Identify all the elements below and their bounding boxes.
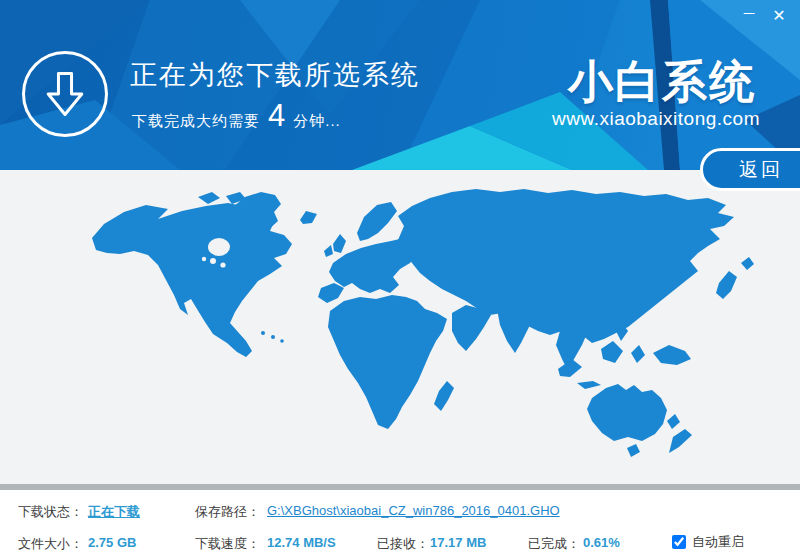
file-size-value: 2.75 GB [88,535,136,550]
download-status-label: 下载状态： [18,503,83,521]
world-map [0,170,800,484]
download-speed-value: 12.74 MB/S [267,535,336,550]
received-label: 已接收： [377,535,429,553]
minimize-button[interactable]: ─ [736,1,762,25]
download-speed-label: 下载速度： [195,535,260,553]
brand-logo: 小白系统 [568,52,756,112]
eta-suffix: 分钟... [293,112,341,131]
auto-restart-label[interactable]: 自动重启 [692,533,744,551]
website-url: www.xiaobaixitong.com [552,108,760,130]
header-banner: ─ ✕ 正在为您下载所选系统 下载完成大约需要 4 分钟... 小白系统 www… [0,0,800,170]
received-value: 17.17 MB [430,535,486,550]
download-eta-text: 下载完成大约需要 4 分钟... [132,98,341,134]
back-button[interactable]: 返回 [700,148,800,191]
auto-restart-option[interactable]: 自动重启 [672,533,744,551]
download-arrow-circle-icon [22,51,108,137]
arrow-down-icon [37,66,93,122]
eta-minutes-value: 4 [268,98,285,134]
page-title: 正在为您下载所选系统 [130,57,420,93]
download-status-value: 正在下载 [88,503,140,521]
content-area [0,170,800,484]
auto-restart-checkbox[interactable] [672,535,686,549]
status-bar: 下载状态： 正在下载 保存路径： G:\XBGhost\xiaobai_CZ_w… [0,490,800,560]
app-window: ─ ✕ 正在为您下载所选系统 下载完成大约需要 4 分钟... 小白系统 www… [0,0,800,560]
eta-prefix: 下载完成大约需要 [132,112,260,131]
completed-value: 0.61% [583,535,620,550]
save-path-label: 保存路径： [195,503,260,521]
close-button[interactable]: ✕ [766,4,792,28]
save-path-link[interactable]: G:\XBGhost\xiaobai_CZ_win786_2016_0401.G… [267,503,560,518]
completed-label: 已完成： [528,535,580,553]
file-size-label: 文件大小： [18,535,83,553]
